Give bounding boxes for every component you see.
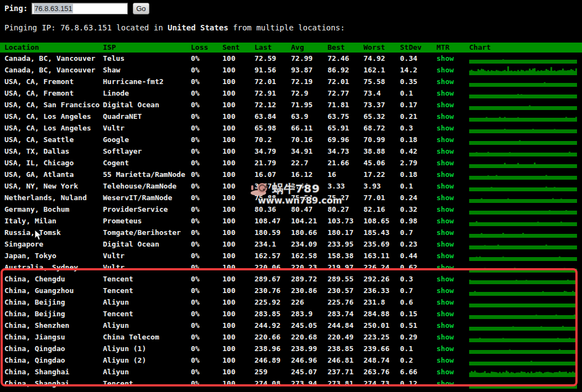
cell-location: USA, CA, Los Angeles bbox=[4, 111, 103, 122]
mtr-show-link[interactable]: show bbox=[436, 124, 454, 132]
mtr-show-link[interactable]: show bbox=[436, 368, 454, 376]
cell-worst: 82.16 bbox=[363, 203, 400, 215]
cell-avg: 246.96 bbox=[291, 354, 328, 366]
cell-isp: Softlayer bbox=[103, 145, 191, 157]
cell-best: 237.71 bbox=[328, 366, 363, 378]
cell-sent: 100 bbox=[222, 76, 254, 87]
cell-best: 72.77 bbox=[328, 87, 363, 99]
table-row: Japan, TokyoVultr0%100162.57162.58158.38… bbox=[0, 250, 582, 262]
cell-loss: 0% bbox=[191, 378, 222, 389]
cell-isp: WeservIT/RamNode bbox=[103, 192, 191, 203]
cell-avg: 220.23 bbox=[291, 262, 328, 273]
mtr-show-link[interactable]: show bbox=[436, 159, 454, 167]
cell-loss: 0% bbox=[191, 122, 222, 134]
cell-stdev: 0.6 bbox=[400, 296, 436, 308]
mtr-show-link[interactable]: show bbox=[436, 379, 454, 388]
ping-input[interactable]: 76.8.63.151 bbox=[32, 3, 128, 14]
cell-location: China, Shenzhen bbox=[4, 320, 103, 331]
cell-sent: 100 bbox=[222, 308, 254, 320]
cell-stdev: 0.23 bbox=[400, 238, 436, 250]
cell-avg: 72.19 bbox=[291, 76, 328, 87]
latency-sparkline bbox=[469, 134, 578, 145]
mtr-show-link[interactable]: show bbox=[436, 344, 454, 353]
cell-isp: Tencent bbox=[103, 285, 191, 296]
col-header-last: Last bbox=[254, 43, 291, 53]
mtr-show-link[interactable]: show bbox=[436, 333, 454, 341]
cell-location: Russia, Tomsk bbox=[4, 227, 103, 238]
cell-worst: 65.32 bbox=[363, 111, 400, 122]
mtr-show-link[interactable]: show bbox=[436, 217, 454, 225]
cell-last: 63.84 bbox=[254, 111, 291, 122]
cell-mtr: show bbox=[436, 378, 469, 389]
cell-location: China, Shanghai bbox=[4, 366, 103, 378]
cell-isp: Aliyun (1) bbox=[103, 343, 191, 354]
cell-avg: 180.66 bbox=[291, 227, 328, 238]
cell-location: Netherlands, Nuland bbox=[4, 192, 103, 203]
cell-best: 34.73 bbox=[328, 145, 363, 157]
cell-worst: 163.11 bbox=[363, 250, 400, 262]
latency-sparkline bbox=[469, 157, 578, 169]
cell-stdev: 0.44 bbox=[400, 250, 436, 262]
mtr-show-link[interactable]: show bbox=[436, 275, 454, 283]
cell-last: 234.1 bbox=[254, 238, 291, 250]
mtr-show-link[interactable]: show bbox=[436, 286, 454, 295]
cell-location: USA, CA, Seattle bbox=[4, 134, 103, 145]
cell-location: Canada, BC, Vancouver bbox=[4, 64, 103, 76]
mtr-show-link[interactable]: show bbox=[436, 194, 454, 202]
cell-location: USA, CA, Fremont bbox=[4, 76, 103, 87]
mtr-show-link[interactable]: show bbox=[436, 101, 454, 109]
cell-last: 283.85 bbox=[254, 308, 291, 320]
col-header-loss: Loss bbox=[191, 43, 222, 53]
cell-stdev: 0.7 bbox=[400, 285, 436, 296]
cell-loss: 0% bbox=[191, 180, 222, 192]
cell-location: China, Qingdao bbox=[4, 354, 103, 366]
mtr-show-link[interactable]: show bbox=[436, 77, 454, 86]
latency-sparkline bbox=[469, 145, 578, 157]
cell-stdev: 0.3 bbox=[400, 122, 436, 134]
col-header-worst: Worst bbox=[363, 43, 400, 53]
mtr-show-link[interactable]: show bbox=[436, 252, 454, 260]
latency-sparkline bbox=[469, 180, 578, 192]
go-button[interactable]: Go bbox=[133, 3, 149, 14]
cell-best: 69.96 bbox=[328, 134, 363, 145]
cell-loss: 0% bbox=[191, 331, 222, 343]
cell-last: 65.98 bbox=[254, 122, 291, 134]
cell-sent: 100 bbox=[222, 343, 254, 354]
mtr-show-link[interactable]: show bbox=[436, 135, 454, 144]
latency-sparkline bbox=[469, 87, 578, 99]
mtr-show-link[interactable]: show bbox=[436, 112, 454, 121]
cell-isp: Aliyun bbox=[103, 366, 191, 378]
cell-mtr: show bbox=[436, 64, 469, 76]
mtr-show-link[interactable]: show bbox=[436, 205, 454, 213]
cell-worst: 223.25 bbox=[363, 331, 400, 343]
mtr-show-link[interactable]: show bbox=[436, 263, 454, 271]
mtr-show-link[interactable]: show bbox=[436, 240, 454, 248]
cell-worst: 235.69 bbox=[363, 238, 400, 250]
cell-stdev: 0.51 bbox=[400, 320, 436, 331]
status-country: United States bbox=[168, 23, 228, 32]
cell-sent: 100 bbox=[222, 64, 254, 76]
cell-isp: Google bbox=[103, 134, 191, 145]
mtr-show-link[interactable]: show bbox=[436, 298, 454, 306]
mtr-show-link[interactable]: show bbox=[436, 54, 454, 62]
mtr-show-link[interactable]: show bbox=[436, 170, 454, 179]
cell-worst: 38.88 bbox=[363, 145, 400, 157]
mtr-show-link[interactable]: show bbox=[436, 228, 454, 237]
mtr-show-link[interactable]: show bbox=[436, 356, 454, 364]
mtr-show-link[interactable]: show bbox=[436, 321, 454, 330]
mtr-show-link[interactable]: show bbox=[436, 89, 454, 97]
mtr-show-link[interactable]: show bbox=[436, 147, 454, 155]
cell-best: 72.01 bbox=[328, 76, 363, 87]
cell-mtr: show bbox=[436, 192, 469, 203]
mtr-show-link[interactable]: show bbox=[436, 310, 454, 318]
cell-worst: 185.43 bbox=[363, 227, 400, 238]
cell-isp: Telehouse/RamNode bbox=[103, 180, 191, 192]
cell-loss: 0% bbox=[191, 157, 222, 169]
table-row: China, BeijingAliyun0%100225.92226225.76… bbox=[0, 296, 582, 308]
mtr-show-link[interactable]: show bbox=[436, 66, 454, 74]
cell-loss: 0% bbox=[191, 250, 222, 262]
ping-form: Ping: 76.8.63.151 Go bbox=[4, 2, 149, 14]
mtr-show-link[interactable]: show bbox=[436, 182, 454, 190]
cell-location: USA, NY, New York bbox=[4, 180, 103, 192]
cell-isp: China Telecom bbox=[103, 331, 191, 343]
